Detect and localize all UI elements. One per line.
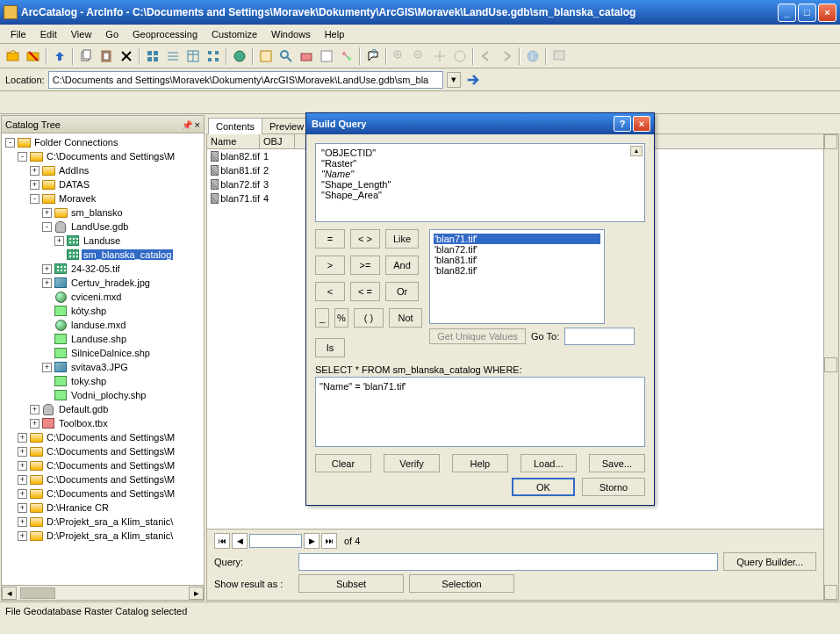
- identify-icon[interactable]: i: [523, 47, 542, 66]
- op-and[interactable]: And: [385, 256, 419, 275]
- expand-icon[interactable]: -: [5, 138, 15, 148]
- field-item[interactable]: "Shape_Length": [319, 179, 641, 190]
- tree-node[interactable]: +D:\Projekt_sra_a Klim_stanic\: [4, 529, 202, 543]
- scroll-up-icon[interactable]: [824, 134, 837, 149]
- content-vscrollbar[interactable]: [823, 134, 838, 600]
- panel-close-icon[interactable]: ×: [195, 119, 200, 130]
- expand-icon[interactable]: -: [30, 194, 39, 204]
- scroll-down-icon[interactable]: [824, 585, 837, 600]
- value-item[interactable]: 'blan71.tif': [434, 234, 600, 244]
- create-thumbnail-icon[interactable]: [549, 47, 569, 66]
- expand-icon[interactable]: +: [18, 489, 27, 499]
- expand-icon[interactable]: +: [18, 531, 27, 541]
- help-button[interactable]: Help: [452, 454, 508, 472]
- pan-icon[interactable]: [430, 47, 449, 66]
- large-icons-icon[interactable]: [143, 47, 162, 66]
- details-icon[interactable]: [183, 47, 203, 66]
- op-notequals[interactable]: < >: [350, 229, 380, 249]
- zoom-in-icon[interactable]: [390, 47, 409, 66]
- last-record-button[interactable]: ⏭: [321, 533, 337, 549]
- dialog-help-button[interactable]: ?: [614, 116, 631, 132]
- location-input[interactable]: [48, 71, 443, 89]
- tab-contents[interactable]: Contents: [208, 118, 262, 134]
- expand-icon[interactable]: +: [54, 236, 64, 246]
- tree-node[interactable]: SilniceDalnice.shp: [4, 346, 202, 360]
- selection-button[interactable]: Selection: [409, 574, 514, 593]
- cancel-button[interactable]: Storno: [582, 478, 645, 496]
- tree-node[interactable]: +Certuv_hradek.jpg: [4, 276, 202, 290]
- op-equals[interactable]: =: [315, 229, 345, 249]
- menu-go[interactable]: Go: [98, 27, 126, 41]
- col-name[interactable]: Name: [207, 134, 260, 148]
- tree-node[interactable]: +C:\Documents and Settings\M: [4, 486, 202, 501]
- verify-button[interactable]: Verify: [384, 454, 440, 472]
- op-gte[interactable]: >=: [350, 256, 380, 275]
- scroll-right-icon[interactable]: ▸: [189, 587, 204, 600]
- op-is[interactable]: Is: [315, 338, 345, 357]
- tree-node[interactable]: +DATAS: [4, 177, 202, 191]
- minimize-button[interactable]: _: [778, 4, 796, 22]
- values-listbox[interactable]: 'blan71.tif''blan72.tif''blan81.tif''bla…: [429, 229, 605, 324]
- expand-icon[interactable]: +: [18, 475, 27, 485]
- menu-windows[interactable]: Windows: [264, 27, 318, 41]
- scroll-mid-icon[interactable]: [824, 357, 837, 372]
- query-input[interactable]: [298, 553, 718, 571]
- go-icon[interactable]: [464, 71, 482, 89]
- expand-icon[interactable]: +: [42, 363, 52, 372]
- tree-node[interactable]: +C:\Documents and Settings\M: [4, 458, 202, 472]
- op-lt[interactable]: <: [315, 282, 345, 301]
- maximize-button[interactable]: □: [798, 4, 816, 22]
- op-gt[interactable]: >: [315, 256, 345, 275]
- tree-node[interactable]: +svitava3.JPG: [4, 360, 202, 374]
- tree-node[interactable]: +Landuse: [4, 234, 202, 248]
- disconnect-folder-icon[interactable]: [24, 47, 43, 66]
- back-icon[interactable]: [477, 47, 496, 66]
- menu-view[interactable]: View: [64, 27, 99, 41]
- expand-icon[interactable]: +: [18, 447, 27, 457]
- tree-node[interactable]: kóty.shp: [4, 304, 202, 318]
- record-input[interactable]: [249, 534, 302, 548]
- search-icon[interactable]: [276, 47, 296, 66]
- tree-node[interactable]: landuse.mxd: [4, 318, 202, 332]
- ok-button[interactable]: OK: [512, 478, 575, 496]
- tree-node[interactable]: toky.shp: [4, 374, 202, 388]
- fields-scroll-up-icon[interactable]: ▴: [630, 146, 643, 156]
- value-item[interactable]: 'blan82.tif': [434, 265, 600, 276]
- paste-icon[interactable]: [97, 47, 116, 66]
- whats-this-icon[interactable]: ?: [363, 47, 383, 66]
- query-builder-button[interactable]: Query Builder...: [723, 552, 816, 571]
- thumbnails-icon[interactable]: [204, 47, 223, 66]
- tree-node[interactable]: -Moravek: [4, 191, 202, 205]
- tree-node[interactable]: +Default.gdb: [4, 402, 202, 416]
- scroll-thumb[interactable]: [20, 587, 55, 599]
- col-objectid[interactable]: OBJ: [260, 134, 295, 148]
- tree-node[interactable]: -Folder Connections: [4, 135, 202, 149]
- menu-customize[interactable]: Customize: [205, 27, 264, 41]
- up-icon[interactable]: [50, 47, 69, 66]
- field-item[interactable]: "OBJECTID": [319, 148, 641, 158]
- catalog-tree[interactable]: -Folder Connections-C:\Documents and Set…: [2, 133, 204, 585]
- expand-icon[interactable]: +: [18, 517, 27, 527]
- menu-geoprocessing[interactable]: Geoprocessing: [126, 27, 205, 41]
- tree-node[interactable]: +C:\Documents and Settings\M: [4, 430, 202, 444]
- first-record-button[interactable]: ⏮: [214, 533, 230, 549]
- expand-icon[interactable]: +: [30, 405, 39, 414]
- tree-node[interactable]: +sm_blansko: [4, 205, 202, 220]
- menu-help[interactable]: Help: [318, 27, 352, 41]
- tree-node[interactable]: +AddIns: [4, 163, 202, 177]
- tree-node[interactable]: +D:\Projekt_sra_a Klim_stanic\: [4, 515, 202, 529]
- clear-button[interactable]: Clear: [315, 454, 371, 472]
- expand-icon[interactable]: -: [42, 222, 52, 232]
- expand-icon[interactable]: +: [30, 419, 39, 429]
- delete-icon[interactable]: [117, 47, 136, 66]
- tab-preview[interactable]: Preview: [262, 118, 312, 134]
- prev-record-button[interactable]: ◀: [232, 533, 248, 549]
- field-item[interactable]: "Name": [319, 169, 641, 179]
- tree-node[interactable]: +D:\Hranice CR: [4, 501, 202, 515]
- expand-icon[interactable]: +: [42, 208, 52, 218]
- expand-icon[interactable]: +: [18, 433, 27, 443]
- load-button[interactable]: Load...: [521, 454, 577, 472]
- tree-node[interactable]: -LandUse.gdb: [4, 220, 202, 234]
- close-button[interactable]: ×: [818, 4, 836, 22]
- fields-listbox[interactable]: ▴ "OBJECTID""Raster""Name""Shape_Length"…: [315, 143, 645, 222]
